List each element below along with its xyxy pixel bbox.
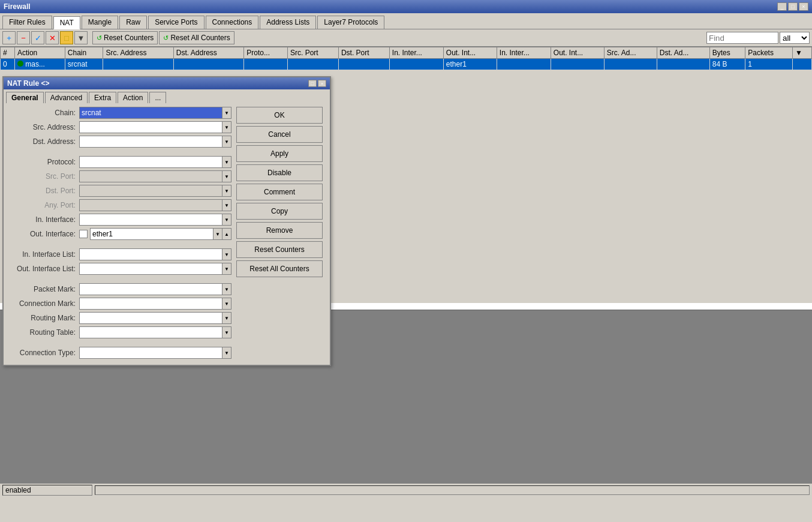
in-interface-list-wrapper: ▼ <box>79 248 231 260</box>
dialog-tab-more[interactable]: ... <box>149 92 166 103</box>
connection-type-input[interactable] <box>79 347 222 359</box>
connection-mark-label: Connection Mark: <box>7 299 79 308</box>
src-address-arrow[interactable]: ▼ <box>222 121 231 133</box>
enable-button[interactable]: ✓ <box>31 31 44 44</box>
dialog-form: Chain: ▼ Src. Address: ▼ Dst. <box>7 107 231 361</box>
out-interface-list-arrow[interactable]: ▼ <box>222 263 231 275</box>
disable-button[interactable]: Disable <box>236 164 323 181</box>
out-interface-down-arrow[interactable]: ▼ <box>213 228 222 240</box>
out-interface-up-arrow[interactable]: ▲ <box>222 228 231 240</box>
main-tab-bar: Filter Rules NAT Mangle Raw Service Port… <box>0 13 812 29</box>
cell-src-ad <box>604 59 657 70</box>
add-button[interactable]: + <box>2 31 16 44</box>
dst-port-arrow: ▼ <box>222 185 231 197</box>
connection-type-arrow[interactable]: ▼ <box>222 347 231 359</box>
cell-dst-port <box>338 59 389 70</box>
cancel-button[interactable]: Cancel <box>236 126 323 143</box>
col-bytes: Bytes <box>709 47 745 59</box>
copy-button-toolbar[interactable]: □ <box>60 31 73 44</box>
dialog-close-button[interactable]: × <box>318 80 326 87</box>
dialog-window-controls: □ × <box>308 80 326 87</box>
packet-mark-arrow[interactable]: ▼ <box>222 283 231 295</box>
connection-mark-input[interactable] <box>79 298 222 310</box>
tab-nat[interactable]: NAT <box>53 16 80 29</box>
col-more[interactable]: ▼ <box>793 47 812 59</box>
connection-mark-arrow[interactable]: ▼ <box>222 298 231 310</box>
out-interface-input[interactable] <box>90 228 213 240</box>
dialog-title-text: NAT Rule <> <box>7 79 49 88</box>
reset-all-counters-button[interactable]: Reset All Counters <box>236 260 323 277</box>
remove-button[interactable]: − <box>17 31 30 44</box>
remove-button[interactable]: Remove <box>236 222 323 239</box>
minimize-button[interactable]: _ <box>777 2 787 11</box>
reset-all-counters-toolbar[interactable]: ↺ Reset All Counters <box>159 31 234 44</box>
tab-filter-rules[interactable]: Filter Rules <box>2 16 52 29</box>
routing-table-input[interactable] <box>79 326 222 338</box>
routing-mark-input[interactable] <box>79 312 222 324</box>
out-interface-list-input[interactable] <box>79 263 222 275</box>
col-dst-port: Dst. Port <box>338 47 389 59</box>
in-interface-list-arrow[interactable]: ▼ <box>222 248 231 260</box>
in-interface-input[interactable] <box>79 214 222 226</box>
src-address-input[interactable] <box>79 121 222 133</box>
col-dst-address: Dst. Address <box>173 47 243 59</box>
find-input[interactable] <box>706 32 778 44</box>
packet-mark-row: Packet Mark: ▼ <box>7 283 231 295</box>
app-title: Firewall <box>4 2 31 11</box>
chain-label: Chain: <box>7 109 79 117</box>
dialog-restore-button[interactable]: □ <box>308 80 317 87</box>
out-interface-label: Out. Interface: <box>7 230 79 238</box>
dst-port-input <box>79 185 222 197</box>
dst-address-arrow[interactable]: ▼ <box>222 136 231 148</box>
routing-table-arrow[interactable]: ▼ <box>222 326 231 338</box>
cell-src-port <box>288 59 339 70</box>
in-interface-list-input[interactable] <box>79 248 222 260</box>
close-button[interactable]: × <box>799 2 808 11</box>
tab-service-ports[interactable]: Service Ports <box>148 16 204 29</box>
protocol-input[interactable] <box>79 156 222 168</box>
dialog-tab-action[interactable]: Action <box>118 92 148 103</box>
any-port-row: Any. Port: ▼ <box>7 199 231 211</box>
packet-mark-input[interactable] <box>79 283 222 295</box>
src-port-wrapper: ▼ <box>79 170 231 182</box>
dst-address-label: Dst. Address: <box>7 137 79 146</box>
dst-port-row: Dst. Port: ▼ <box>7 185 231 197</box>
chain-input[interactable] <box>79 107 222 119</box>
dst-address-input[interactable] <box>79 136 222 148</box>
tab-connections[interactable]: Connections <box>206 16 259 29</box>
reset-counters-button[interactable]: Reset Counters <box>236 241 323 258</box>
apply-button[interactable]: Apply <box>236 145 323 162</box>
comment-button[interactable]: Comment <box>236 184 323 200</box>
dialog-tab-bar: General Advanced Extra Action ... <box>4 89 330 103</box>
routing-mark-label: Routing Mark: <box>7 314 79 322</box>
ok-button[interactable]: OK <box>236 107 323 124</box>
any-port-arrow: ▼ <box>222 199 231 211</box>
tab-raw[interactable]: Raw <box>119 16 147 29</box>
dialog-tab-general[interactable]: General <box>6 92 44 103</box>
maximize-button[interactable]: □ <box>788 2 798 11</box>
protocol-arrow[interactable]: ▼ <box>222 156 231 168</box>
dialog-tab-advanced[interactable]: Advanced <box>45 92 88 103</box>
cell-out-int2 <box>551 59 604 70</box>
tab-layer7[interactable]: Layer7 Protocols <box>317 16 384 29</box>
cell-src-address <box>103 59 173 70</box>
any-port-input <box>79 199 222 211</box>
find-scope-select[interactable]: all <box>780 32 810 44</box>
out-interface-list-label: Out. Interface List: <box>7 265 79 273</box>
tab-address-lists[interactable]: Address Lists <box>260 16 316 29</box>
tab-mangle[interactable]: Mangle <box>82 16 118 29</box>
table-row[interactable]: 0 mas... srcnat ether1 84 B 1 <box>1 59 812 70</box>
out-interface-checkbox[interactable] <box>79 230 88 238</box>
filter-button[interactable]: ▼ <box>74 31 88 44</box>
title-bar: Firewall _ □ × <box>0 0 812 13</box>
chain-dropdown-arrow[interactable]: ▼ <box>222 107 231 119</box>
col-in-inter2: In. Inter... <box>497 47 551 59</box>
routing-mark-arrow[interactable]: ▼ <box>222 312 231 324</box>
dialog-tab-extra[interactable]: Extra <box>89 92 116 103</box>
reset-counters-toolbar[interactable]: ↺ Reset Counters <box>92 31 158 44</box>
disable-button[interactable]: ✕ <box>46 31 59 44</box>
cell-action: mas... <box>14 59 65 70</box>
protocol-label: Protocol: <box>7 158 79 166</box>
copy-button[interactable]: Copy <box>236 203 323 220</box>
in-interface-arrow[interactable]: ▼ <box>222 214 231 226</box>
